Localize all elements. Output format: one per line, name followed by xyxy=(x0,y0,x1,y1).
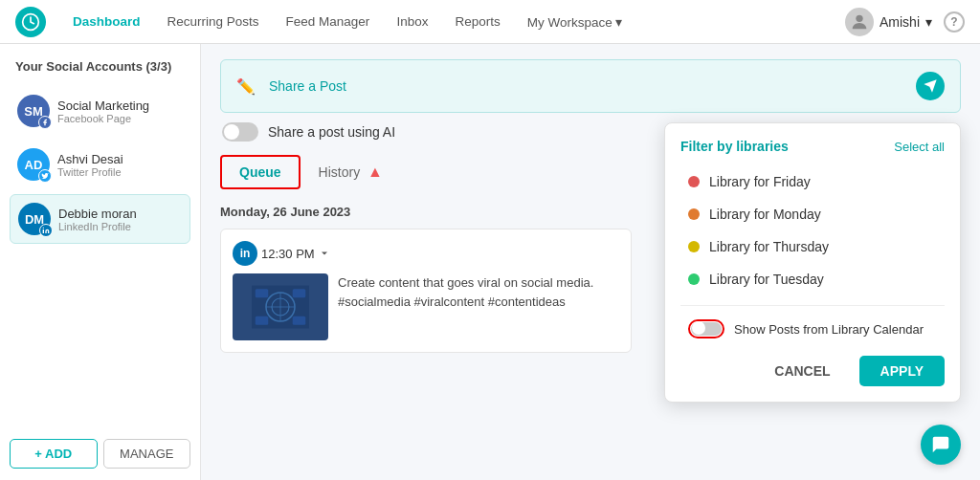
nav-reports[interactable]: Reports xyxy=(443,9,511,34)
post-image xyxy=(233,273,328,340)
post-card: in 12:30 PM xyxy=(220,229,632,353)
main-content: ✏️ Share a Post Share a post using AI Qu… xyxy=(201,44,980,480)
account-info-ashvi: Ashvi Desai Twitter Profile xyxy=(57,152,123,178)
dropdown-header: Filter by libraries Select all xyxy=(680,139,945,154)
history-warning-icon: ▲ xyxy=(368,164,383,180)
lib-dot-thursday xyxy=(688,241,700,252)
manage-button[interactable]: MANAGE xyxy=(103,439,191,469)
help-button[interactable]: ? xyxy=(944,11,965,33)
ai-label: Share a post using AI xyxy=(268,124,395,140)
lib-dot-tuesday xyxy=(688,273,700,285)
tab-queue[interactable]: Queue xyxy=(220,155,301,189)
lib-name-friday: Library for Friday xyxy=(709,174,811,189)
badge-facebook xyxy=(38,116,52,129)
edit-icon: ✏️ xyxy=(236,77,256,96)
account-info-social-marketing: Social Marketing Facebook Page xyxy=(57,98,149,124)
svg-rect-22 xyxy=(293,289,306,297)
lib-dot-friday xyxy=(688,176,700,187)
post-text: Create content that goes viral on social… xyxy=(338,273,619,340)
avatar-ashvi: AD xyxy=(17,148,50,181)
nav-dashboard[interactable]: Dashboard xyxy=(61,9,152,34)
top-navigation: Dashboard Recurring Posts Feed Manager I… xyxy=(0,0,980,44)
sidebar-buttons: + ADD MANAGE xyxy=(10,439,190,469)
ai-toggle[interactable] xyxy=(222,122,258,142)
account-item-social-marketing[interactable]: SM Social Marketing Facebook Page xyxy=(10,87,190,135)
nav-feed-manager[interactable]: Feed Manager xyxy=(275,9,382,34)
filter-title: Filter by libraries xyxy=(680,139,789,154)
lib-name-thursday: Library for Thursday xyxy=(709,239,829,254)
select-all-button[interactable]: Select all xyxy=(894,140,945,154)
lib-item-monday[interactable]: Library for Monday xyxy=(680,198,945,230)
filter-dropdown: Filter by libraries Select all Library f… xyxy=(664,122,961,403)
sidebar-title: Your Social Accounts (3/3) xyxy=(10,55,190,81)
avatar-social-marketing: SM xyxy=(17,95,50,127)
linkedin-badge: in xyxy=(233,241,257,266)
library-list: Library for Friday Library for Monday Li… xyxy=(680,165,945,295)
show-library-toggle[interactable] xyxy=(688,319,724,338)
add-account-button[interactable]: + ADD xyxy=(10,439,98,469)
badge-twitter xyxy=(38,169,52,183)
user-name: Amishi xyxy=(880,14,920,30)
user-menu[interactable]: Amishi ▾ xyxy=(845,8,932,36)
post-time: 12:30 PM xyxy=(261,247,315,261)
dropdown-actions: CANCEL APPLY xyxy=(680,356,945,386)
post-card-inner: in 12:30 PM xyxy=(233,241,619,340)
show-library-row: Show Posts from Library Calendar xyxy=(680,316,945,342)
svg-rect-24 xyxy=(293,316,306,325)
account-info-debbie: Debbie moran LinkedIn Profile xyxy=(58,207,137,232)
tab-history[interactable]: History ▲ xyxy=(301,155,401,189)
account-item-ashvi[interactable]: AD Ashvi Desai Twitter Profile xyxy=(10,141,190,188)
apply-button[interactable]: APPLY xyxy=(859,356,945,386)
share-send-icon[interactable] xyxy=(916,72,945,100)
sidebar: Your Social Accounts (3/3) SM Social Mar… xyxy=(0,44,201,480)
app-logo[interactable] xyxy=(15,7,46,37)
user-avatar xyxy=(845,8,874,36)
avatar-debbie: DM xyxy=(18,203,51,235)
show-library-label: Show Posts from Library Calendar xyxy=(734,322,924,337)
lib-name-monday: Library for Monday xyxy=(709,207,821,222)
post-time-row: in 12:30 PM xyxy=(233,241,619,266)
nav-right-area: Amishi ▾ ? xyxy=(845,8,965,36)
share-bar-text: Share a Post xyxy=(269,78,906,94)
svg-rect-23 xyxy=(256,316,269,325)
lib-item-friday[interactable]: Library for Friday xyxy=(680,165,945,198)
main-layout: Your Social Accounts (3/3) SM Social Mar… xyxy=(0,44,980,480)
dropdown-divider xyxy=(680,305,945,306)
account-item-debbie[interactable]: DM Debbie moran LinkedIn Profile xyxy=(10,194,190,244)
svg-rect-21 xyxy=(256,289,269,297)
svg-point-1 xyxy=(856,14,862,21)
chat-fab-button[interactable] xyxy=(921,425,961,465)
cancel-button[interactable]: CANCEL xyxy=(755,356,849,386)
nav-my-workspace[interactable]: My Workspace ▾ xyxy=(516,9,635,35)
lib-item-thursday[interactable]: Library for Thursday xyxy=(680,230,945,263)
badge-linkedin xyxy=(39,224,53,237)
lib-item-tuesday[interactable]: Library for Tuesday xyxy=(680,263,945,295)
post-body: Create content that goes viral on social… xyxy=(233,273,619,340)
nav-inbox[interactable]: Inbox xyxy=(385,9,439,34)
lib-name-tuesday: Library for Tuesday xyxy=(709,272,824,287)
svg-point-2 xyxy=(43,228,44,229)
lib-dot-monday xyxy=(688,208,700,220)
share-post-bar[interactable]: ✏️ Share a Post xyxy=(220,59,961,113)
nav-recurring-posts[interactable]: Recurring Posts xyxy=(156,9,271,34)
